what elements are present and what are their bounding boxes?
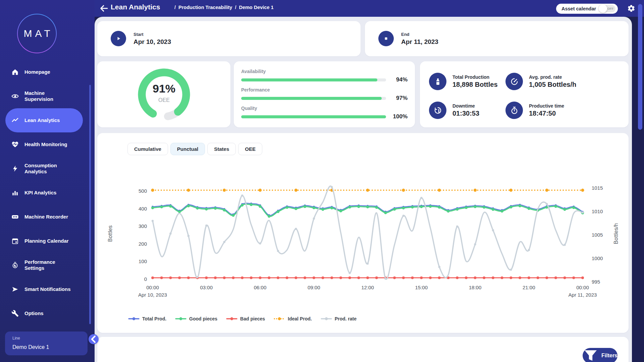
series-point xyxy=(509,277,512,279)
asset-calendar-pill[interactable]: Asset calendar OFF xyxy=(556,4,618,14)
stat-value: 18,898 Bottles xyxy=(452,81,498,88)
series-point xyxy=(564,244,566,246)
sidebar-item-options[interactable]: Options xyxy=(5,301,83,325)
start-date-value: Apr 10, 2023 xyxy=(133,38,171,46)
series-point xyxy=(241,204,244,206)
sidebar-item-consumption-analytics[interactable]: Consumption Analytics xyxy=(5,157,83,181)
stop-icon xyxy=(378,31,394,46)
series-point xyxy=(277,250,279,252)
series-point xyxy=(357,205,360,208)
legend-label: Ideal Prod. xyxy=(288,316,312,321)
series-point xyxy=(402,189,405,192)
series-point xyxy=(268,277,270,279)
bolt-icon xyxy=(11,165,19,173)
sidebar-item-machine-supervision[interactable]: Machine Supervision xyxy=(5,84,83,108)
svg-text:21:00: 21:00 xyxy=(523,285,535,290)
end-date-value: Apr 11, 2023 xyxy=(401,38,438,46)
stat-value: 01:30:53 xyxy=(452,110,479,117)
legend-swatch xyxy=(175,317,186,321)
legend-swatch xyxy=(321,317,332,321)
sidebar-collapse-button[interactable] xyxy=(89,334,99,344)
back-button[interactable] xyxy=(99,4,109,13)
series-point xyxy=(339,277,342,279)
sidebar-item-health-monitoring[interactable]: Health Monitoring xyxy=(5,132,83,157)
series-point xyxy=(223,209,226,212)
series-point xyxy=(563,208,566,211)
sidebar-item-homepage[interactable]: Homepage xyxy=(5,60,83,84)
series-point xyxy=(330,206,333,209)
series-point xyxy=(187,204,190,207)
line-selector[interactable]: Line Demo Device 1 xyxy=(5,331,88,355)
series-point xyxy=(492,208,494,211)
series-point xyxy=(545,189,548,192)
stat-label: Total Production xyxy=(452,74,498,80)
filters-button[interactable]: Filters xyxy=(583,348,618,362)
series-point xyxy=(321,208,324,211)
series-point xyxy=(411,206,414,208)
series-point xyxy=(537,277,539,279)
series-point xyxy=(151,277,154,279)
series-point xyxy=(509,206,512,208)
series-point xyxy=(259,189,262,192)
sidebar-item-planning-calendar[interactable]: Planning Calendar xyxy=(5,229,83,253)
series-point xyxy=(313,206,315,209)
sidebar-item-label: Options xyxy=(24,310,75,316)
bottle-icon xyxy=(429,73,446,90)
kpi-bar-label: Availability xyxy=(241,69,408,74)
legend-swatch xyxy=(226,317,237,321)
series-point xyxy=(339,209,342,212)
sidebar-item-performance-settings[interactable]: Performance Settings xyxy=(5,253,83,277)
series-point xyxy=(456,208,459,210)
legend-item-total-prod[interactable]: Total Prod. xyxy=(128,316,166,321)
stat-label: Productive time xyxy=(529,103,564,109)
start-label: Start xyxy=(133,32,144,37)
start-date-card[interactable]: Start Apr 10, 2023 xyxy=(97,21,361,56)
sidebar: MAT HomepageMachine SupervisionLean Anal… xyxy=(0,0,95,362)
series-point xyxy=(187,189,190,192)
legend-item-bad-pieces[interactable]: Bad pieces xyxy=(226,316,265,321)
svg-text:0: 0 xyxy=(144,276,147,282)
series-point xyxy=(259,277,262,279)
series-point xyxy=(420,277,423,279)
downtime-icon xyxy=(429,102,446,119)
stat-value: 18:47:50 xyxy=(529,110,564,117)
sidebar-item-lean-analytics[interactable]: Lean Analytics xyxy=(5,108,83,132)
series-point xyxy=(304,277,306,279)
svg-text:995: 995 xyxy=(592,279,600,285)
series-line-prod-rate xyxy=(153,186,583,279)
series-point xyxy=(447,210,449,213)
svg-text:300: 300 xyxy=(139,223,147,229)
production-line-chart[interactable]: 01002003004005009951000100510101015Bottl… xyxy=(97,133,629,333)
kpi-bar-performance: Performance97% xyxy=(241,87,408,102)
sidebar-nav: HomepageMachine SupervisionLean Analytic… xyxy=(5,60,83,325)
series-point xyxy=(456,277,459,279)
svg-text:1000: 1000 xyxy=(592,255,603,261)
series-point xyxy=(474,243,476,245)
stat-label: Avg. prod. rate xyxy=(529,74,576,80)
settings-button[interactable] xyxy=(627,4,635,12)
legend-label: Prod. rate xyxy=(335,316,357,321)
kpi-bars-card: Availability94%Performance97%Quality100% xyxy=(234,61,415,127)
series-point xyxy=(572,206,575,209)
end-date-card[interactable]: End Apr 11, 2023 xyxy=(365,21,629,56)
breadcrumb-demo-device-1[interactable]: Demo Device 1 xyxy=(239,5,273,10)
svg-text:Apr 11, 2023: Apr 11, 2023 xyxy=(569,292,597,298)
series-point xyxy=(331,186,333,188)
sidebar-scrollbar[interactable] xyxy=(89,85,91,324)
sidebar-item-smart-notifications[interactable]: Smart Notifications xyxy=(5,277,83,301)
svg-text:200: 200 xyxy=(139,241,147,247)
asset-calendar-toggle[interactable]: OFF xyxy=(599,5,615,12)
series-point xyxy=(277,277,279,279)
legend-item-ideal-prod[interactable]: Ideal Prod. xyxy=(274,316,312,321)
kpi-bar-value: 94% xyxy=(390,76,408,83)
main-content: Start Apr 10, 2023 End Apr 11, 2023 91% … xyxy=(95,17,632,362)
series-point xyxy=(492,229,494,231)
legend-swatch xyxy=(128,317,140,321)
sidebar-item-kpi-analytics[interactable]: KPI Analytics xyxy=(5,181,83,205)
breadcrumb-production-traceability[interactable]: Production Traceability xyxy=(178,5,232,10)
legend-item-prod-rate[interactable]: Prod. rate xyxy=(321,316,357,321)
sidebar-item-machine-recorder[interactable]: Machine Recorder xyxy=(5,205,83,229)
series-point xyxy=(375,206,378,209)
legend-item-good-pieces[interactable]: Good pieces xyxy=(175,316,217,321)
page-scrollbar[interactable] xyxy=(638,4,642,130)
